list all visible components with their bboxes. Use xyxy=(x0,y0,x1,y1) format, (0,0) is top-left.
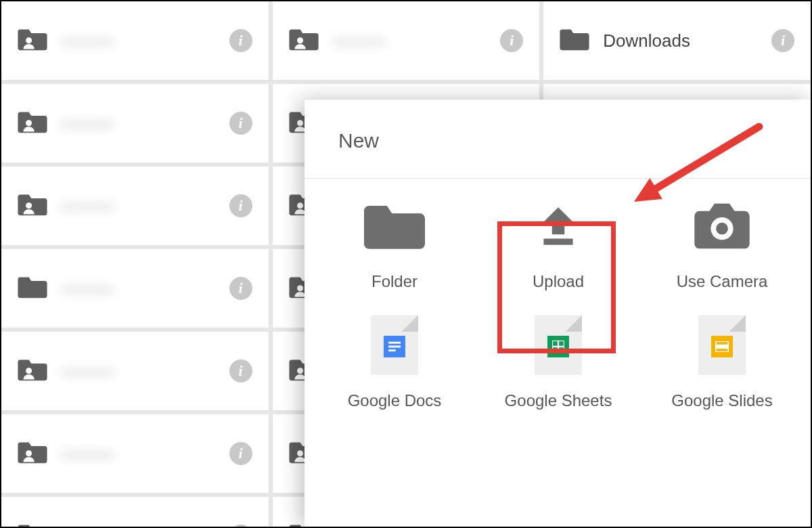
shared-folder-icon xyxy=(18,357,47,384)
info-icon[interactable]: i xyxy=(229,277,252,300)
folder-cell[interactable]: ——— i xyxy=(1,1,269,80)
new-option-upload[interactable]: Upload xyxy=(476,199,640,291)
shared-folder-icon xyxy=(18,523,47,528)
svg-point-11 xyxy=(297,368,303,374)
option-label: Folder xyxy=(371,272,418,291)
shared-folder-icon xyxy=(18,192,47,219)
info-icon[interactable]: i xyxy=(229,359,252,382)
option-label: Google Sheets xyxy=(505,391,612,410)
folder-name: ——— xyxy=(61,361,114,382)
svg-point-0 xyxy=(26,37,32,43)
info-icon[interactable]: i xyxy=(229,29,252,52)
shared-folder-icon xyxy=(18,440,47,467)
svg-rect-22 xyxy=(388,349,396,351)
info-icon[interactable]: i xyxy=(229,112,252,135)
folder-cell[interactable]: ——— i xyxy=(1,497,269,528)
popup-options-grid: Folder Upload Use Camera Google Docs Goo… xyxy=(304,179,812,410)
svg-rect-27 xyxy=(715,345,728,349)
shared-folder-icon xyxy=(18,110,47,137)
option-label: Upload xyxy=(533,272,584,291)
folder-cell[interactable]: ——— i xyxy=(1,84,269,162)
folder-name: ——— xyxy=(61,113,114,134)
option-label: Google Docs xyxy=(348,391,442,410)
option-label: Google Slides xyxy=(671,391,772,410)
svg-point-14 xyxy=(297,450,303,456)
folder-name: ——— xyxy=(61,196,114,217)
svg-point-8 xyxy=(297,285,303,291)
new-option-folder[interactable]: Folder xyxy=(313,199,476,291)
popup-title: New xyxy=(304,100,812,179)
svg-point-6 xyxy=(297,202,303,208)
svg-point-13 xyxy=(26,450,32,456)
shared-folder-icon xyxy=(18,27,47,54)
svg-point-19 xyxy=(716,223,728,235)
docs-icon xyxy=(364,318,425,372)
svg-rect-17 xyxy=(543,239,572,245)
option-label: Use Camera xyxy=(677,272,768,291)
svg-point-3 xyxy=(297,120,303,126)
folder-cell[interactable]: ——— i xyxy=(1,249,269,328)
folder-name: ——— xyxy=(61,278,114,299)
new-option-camera[interactable]: Use Camera xyxy=(640,199,804,291)
folder-name: ——— xyxy=(61,30,114,51)
folder-cell[interactable]: ——— i xyxy=(1,167,269,245)
folder-name: ——— xyxy=(61,526,114,529)
folder-cell[interactable]: Downloads i xyxy=(543,1,811,80)
app-frame: ——— i ——— i Downloads i ——— i ——— xyxy=(0,0,812,528)
info-icon[interactable]: i xyxy=(229,194,252,217)
new-option-docs[interactable]: Google Docs xyxy=(313,318,476,410)
info-icon[interactable]: i xyxy=(229,442,252,465)
info-icon[interactable]: i xyxy=(229,525,252,528)
folder-cell[interactable]: ——— i xyxy=(1,414,269,493)
sheets-icon xyxy=(528,318,589,372)
camera-icon xyxy=(692,199,752,253)
shared-folder-icon xyxy=(289,27,319,54)
svg-point-1 xyxy=(297,37,303,43)
svg-rect-20 xyxy=(388,342,401,344)
svg-point-5 xyxy=(26,202,32,208)
new-popup: New Folder Upload Use Camera Google Docs… xyxy=(304,100,812,527)
info-icon[interactable]: i xyxy=(771,29,794,52)
folder-name: ——— xyxy=(61,443,114,464)
folder-name: ——— xyxy=(332,30,385,51)
svg-point-2 xyxy=(26,120,32,126)
info-icon[interactable]: i xyxy=(500,29,523,52)
slides-icon xyxy=(692,318,752,372)
folder-cell[interactable]: ——— i xyxy=(1,332,269,410)
upload-icon xyxy=(528,199,589,253)
folder-icon xyxy=(364,199,425,253)
new-option-sheets[interactable]: Google Sheets xyxy=(476,318,640,410)
new-option-slides[interactable]: Google Slides xyxy=(640,318,804,410)
folder-name: Downloads xyxy=(603,30,690,51)
folder-icon xyxy=(560,27,589,54)
folder-icon xyxy=(18,275,47,302)
folder-cell[interactable]: ——— i xyxy=(273,1,540,80)
svg-point-10 xyxy=(26,368,32,374)
svg-rect-21 xyxy=(388,345,401,347)
